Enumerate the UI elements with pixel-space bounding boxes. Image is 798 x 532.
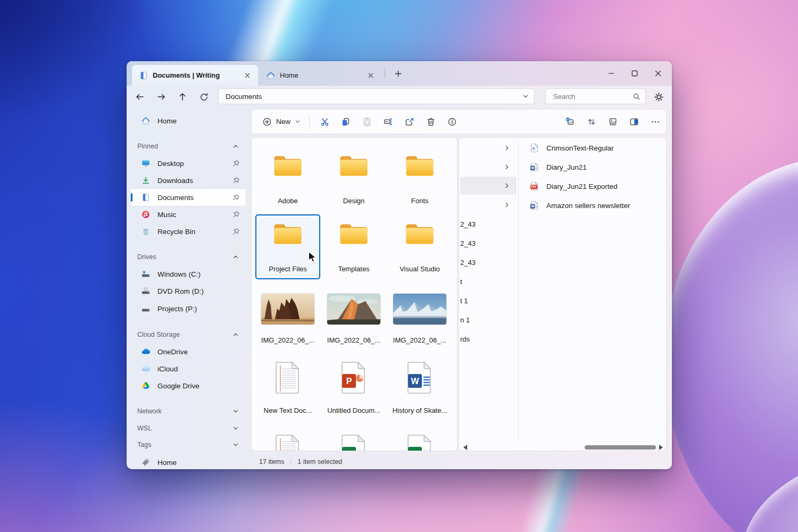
- copy-button[interactable]: [335, 112, 356, 131]
- pin-icon[interactable]: [232, 211, 240, 218]
- folder-item-visual-studio[interactable]: Visual Studio: [392, 214, 447, 279]
- details-pane-button[interactable]: [624, 112, 645, 131]
- sidebar-item-music[interactable]: Music: [131, 206, 246, 223]
- document-item-partial-excel-2[interactable]: [392, 430, 447, 451]
- document-item-word[interactable]: History of Skate...: [392, 358, 447, 416]
- sidebar-item-downloads[interactable]: Downloads: [131, 172, 246, 189]
- sort-button[interactable]: [581, 112, 602, 131]
- document-item-text[interactable]: New Text Doc...: [260, 358, 315, 416]
- close-button[interactable]: [646, 63, 670, 84]
- chevron-down-icon[interactable]: [522, 93, 529, 99]
- pin-icon[interactable]: [232, 160, 240, 167]
- chevron-right-icon[interactable]: [504, 164, 510, 170]
- pin-icon[interactable]: [232, 228, 240, 235]
- sidebar-item-tag-home[interactable]: Home: [131, 454, 246, 469]
- section-header-pinned[interactable]: Pinned: [137, 139, 244, 153]
- section-header-cloud-storage[interactable]: Cloud Storage: [137, 328, 244, 342]
- folder-item-adobe[interactable]: Adobe: [260, 152, 315, 211]
- document-item-partial-excel-1[interactable]: [326, 430, 381, 451]
- up-button[interactable]: [174, 89, 190, 105]
- truncated-file-label[interactable]: t 1: [460, 296, 468, 306]
- back-button[interactable]: [132, 89, 148, 105]
- image-item-1[interactable]: IMG_2022_06_...: [260, 290, 315, 349]
- chevron-up-icon[interactable]: [232, 143, 239, 149]
- word-file-icon: [530, 162, 539, 172]
- sidebar-item-recycle-bin[interactable]: Recycle Bin: [131, 223, 246, 240]
- file-item-diary-jun21-exported[interactable]: Diary_Jun21 Exported: [530, 177, 663, 195]
- rename-button[interactable]: [378, 112, 399, 131]
- truncated-file-label[interactable]: rds: [460, 334, 470, 345]
- file-item-amazon-sellers-newsletter[interactable]: Amazon sellers newsletter: [530, 196, 663, 214]
- truncated-file-label[interactable]: n 1: [460, 315, 470, 326]
- address-bar[interactable]: Documents: [218, 88, 535, 104]
- sidebar-item-home[interactable]: Home: [131, 112, 246, 129]
- truncated-file-label[interactable]: 2_43: [460, 238, 476, 249]
- close-tab-icon[interactable]: [364, 69, 377, 82]
- folder-item-design[interactable]: Design: [326, 152, 381, 211]
- chevron-up-icon[interactable]: [232, 254, 239, 260]
- recycle-bin-icon: [142, 227, 150, 236]
- search-bar[interactable]: [545, 88, 646, 104]
- sidebar-item-label: Recycle Bin: [157, 228, 232, 236]
- expandable-row[interactable]: [460, 196, 517, 214]
- image-item-3[interactable]: IMG_2022_06_...: [392, 290, 447, 349]
- tab-documents-writing[interactable]: Documents | Writing: [132, 65, 258, 86]
- settings-button[interactable]: [651, 89, 667, 105]
- chevron-down-icon[interactable]: [232, 442, 239, 448]
- truncated-file-label[interactable]: t: [460, 277, 462, 287]
- expandable-row-highlighted[interactable]: [460, 177, 517, 195]
- select-all-button[interactable]: [560, 112, 581, 131]
- section-header-drives[interactable]: Drives: [137, 250, 244, 264]
- horizontal-scrollbar-thumb[interactable]: [585, 445, 656, 450]
- pin-icon[interactable]: [232, 194, 240, 201]
- sidebar-item-onedrive[interactable]: OneDrive: [131, 343, 246, 360]
- expandable-row[interactable]: [460, 158, 517, 176]
- sidebar-item-icloud[interactable]: iCloud: [131, 360, 246, 377]
- delete-button[interactable]: [420, 112, 442, 131]
- image-item-2[interactable]: IMG_2022_06_...: [326, 290, 381, 349]
- refresh-button[interactable]: [196, 89, 212, 105]
- view-button[interactable]: [602, 112, 624, 131]
- file-item-diary-jun21[interactable]: Diary_Jun21: [530, 158, 663, 176]
- pin-icon[interactable]: [232, 177, 240, 184]
- chevron-right-icon[interactable]: [504, 182, 510, 189]
- sidebar-item-dvd-d[interactable]: DVD Rom (D:): [131, 282, 246, 300]
- file-label: Diary_Jun21: [546, 163, 587, 171]
- folder-item-project-files[interactable]: Project Files: [260, 214, 315, 279]
- more-options-button[interactable]: [645, 112, 666, 131]
- new-tab-button[interactable]: [390, 66, 405, 81]
- properties-button[interactable]: [442, 112, 463, 131]
- chevron-down-icon[interactable]: [232, 425, 239, 431]
- maximize-button[interactable]: [623, 63, 646, 84]
- forward-button[interactable]: [153, 89, 169, 105]
- sidebar-item-google-drive[interactable]: Google Drive: [131, 377, 246, 394]
- truncated-file-label[interactable]: 2_43: [460, 219, 476, 230]
- chevron-up-icon[interactable]: [232, 331, 239, 338]
- sidebar-item-windows-c[interactable]: Windows (C:): [131, 265, 246, 282]
- expandable-row[interactable]: [460, 139, 517, 157]
- chevron-down-icon[interactable]: [232, 408, 239, 414]
- section-header-tags[interactable]: Tags: [137, 438, 244, 452]
- section-header-network[interactable]: Network: [137, 404, 244, 418]
- share-button[interactable]: [399, 112, 420, 131]
- document-item-partial-text[interactable]: [260, 430, 315, 451]
- sidebar-item-documents[interactable]: Documents: [131, 189, 246, 206]
- sidebar-item-projects-p[interactable]: Projects (P:): [131, 300, 246, 317]
- new-button[interactable]: New: [259, 112, 304, 131]
- section-header-wsl[interactable]: WSL: [137, 421, 244, 435]
- chevron-right-icon[interactable]: [504, 145, 510, 151]
- folder-item-templates[interactable]: Templates: [326, 214, 381, 279]
- sidebar-item-desktop[interactable]: Desktop: [131, 155, 246, 172]
- scroll-left-arrow[interactable]: [463, 445, 467, 450]
- file-item-crimsontext[interactable]: CrimsonText-Regular: [530, 139, 663, 157]
- chevron-right-icon[interactable]: [504, 202, 510, 208]
- folder-item-fonts[interactable]: Fonts: [392, 152, 447, 211]
- truncated-file-label[interactable]: 2_43: [460, 257, 476, 268]
- search-input[interactable]: [552, 92, 633, 101]
- tab-home[interactable]: Home: [259, 65, 381, 86]
- scroll-right-arrow[interactable]: [659, 445, 663, 450]
- close-tab-icon[interactable]: [241, 69, 254, 82]
- minimize-button[interactable]: [600, 63, 623, 84]
- cut-button[interactable]: [314, 112, 335, 131]
- document-item-powerpoint[interactable]: Untitled Docum...: [326, 358, 381, 416]
